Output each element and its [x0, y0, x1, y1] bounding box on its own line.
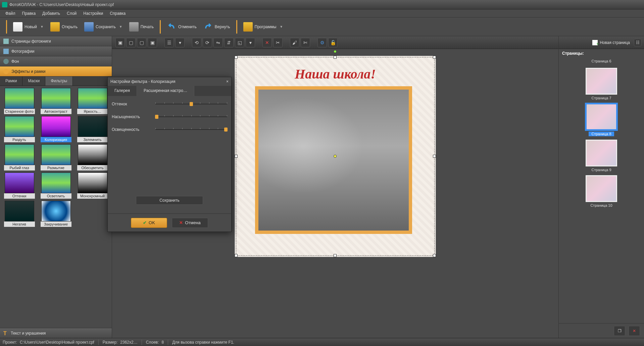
- handle-rotate[interactable]: [334, 50, 337, 53]
- tab-masks[interactable]: Маски: [22, 77, 45, 86]
- slider-lit-thumb[interactable]: [224, 128, 228, 132]
- filter-item[interactable]: Обесцветить: [75, 144, 110, 170]
- slider-sat-thumb[interactable]: [155, 115, 158, 119]
- flip-h-icon[interactable]: ⇋: [213, 38, 223, 47]
- dialog-titlebar[interactable]: Настройки фильтра - Колоризация ×: [108, 77, 231, 86]
- undo-button[interactable]: Отменить: [163, 20, 200, 34]
- new-page-button[interactable]: Новая страница: [590, 39, 632, 47]
- filter-item[interactable]: Монохромный: [75, 172, 110, 199]
- bring-front-icon[interactable]: ▣: [115, 38, 125, 47]
- align-dropdown-icon[interactable]: ▾: [175, 38, 185, 47]
- page-options-icon[interactable]: ☷: [634, 39, 641, 46]
- page-item[interactable]: Страница 10: [562, 175, 641, 207]
- handle-top-right[interactable]: [433, 56, 436, 59]
- fit-dropdown-icon[interactable]: ▾: [246, 38, 255, 47]
- slider-lightness[interactable]: [155, 126, 227, 133]
- handle-bot-right[interactable]: [433, 254, 436, 257]
- lock-icon[interactable]: 🔓: [328, 38, 338, 47]
- menu-file[interactable]: Файл: [2, 10, 19, 17]
- menu-edit[interactable]: Правка: [19, 10, 39, 17]
- filter-item[interactable]: Осветлить: [39, 172, 73, 199]
- filter-thumb: [5, 172, 34, 193]
- handle-center[interactable]: [334, 155, 337, 158]
- filter-thumb: [5, 88, 34, 109]
- dialog-tab-advanced[interactable]: Расширенная настро…: [137, 86, 194, 96]
- filter-item[interactable]: Негатив: [2, 201, 37, 227]
- dialog-close-icon[interactable]: ×: [226, 79, 229, 84]
- tab-frames[interactable]: Рамки: [0, 77, 22, 86]
- handle-top-left[interactable]: [235, 56, 238, 59]
- filter-item[interactable]: Автоконтраст: [39, 88, 73, 114]
- handle-bot-left[interactable]: [235, 254, 238, 257]
- accordion-text-deco[interactable]: T Текст и украшения: [0, 328, 112, 338]
- apps-button[interactable]: Программы ▼: [240, 20, 287, 34]
- flip-v-icon[interactable]: ⇵: [224, 38, 234, 47]
- menu-help[interactable]: Справка: [106, 10, 129, 17]
- filter-item[interactable]: Рыбий глаз: [2, 144, 37, 170]
- accordion-pages[interactable]: Страницы фотокниги: [0, 36, 112, 46]
- chevron-down-icon[interactable]: ▼: [280, 25, 283, 29]
- rotate-right-icon[interactable]: ⟳: [203, 38, 212, 47]
- filter-item[interactable]: Оттенки: [2, 172, 37, 199]
- tab-filters[interactable]: Фильтры: [45, 77, 73, 86]
- slider-sat-label: Насыщенность: [112, 114, 152, 119]
- scissors-icon[interactable]: ✄: [301, 38, 310, 47]
- filter-thumb: [78, 144, 107, 165]
- slider-lit-label: Освещенность: [112, 127, 152, 132]
- chevron-down-icon[interactable]: ▼: [119, 25, 122, 29]
- dialog-tab-gallery[interactable]: Галерея: [108, 86, 137, 96]
- filter-item[interactable]: Колоризация: [39, 116, 73, 142]
- redo-button[interactable]: Вернуть: [200, 20, 234, 34]
- filter-item[interactable]: Яркость…: [75, 88, 110, 114]
- align-left-icon[interactable]: ☰: [164, 38, 174, 47]
- slider-hue-thumb[interactable]: [190, 102, 193, 106]
- send-back-icon[interactable]: ▣: [148, 38, 157, 47]
- slider-saturation[interactable]: [155, 113, 227, 120]
- save-button[interactable]: Сохранить ▼: [81, 20, 126, 34]
- page-name: Страница 10: [590, 203, 612, 207]
- dialog-save-button[interactable]: Сохранить: [136, 196, 203, 205]
- filter-item[interactable]: Старинное фото: [2, 88, 37, 114]
- accordion-photos[interactable]: Фотографии: [0, 46, 112, 56]
- brush-icon[interactable]: 🖌: [290, 38, 299, 47]
- handle-mid-left[interactable]: [235, 155, 238, 158]
- delete-page-button[interactable]: ✕: [629, 326, 640, 336]
- bring-forward-icon[interactable]: ▢: [126, 38, 136, 47]
- accordion-background[interactable]: Фон: [0, 56, 112, 66]
- page-item[interactable]: Страница 9: [562, 140, 641, 172]
- fit-icon[interactable]: ◱: [235, 38, 244, 47]
- filter-item[interactable]: Затемнить: [75, 116, 110, 142]
- page-name: Страница 6: [591, 59, 611, 63]
- new-button[interactable]: Новый ▼: [10, 20, 47, 34]
- dialog-footer: ✔ OK ✕ Отмена: [108, 213, 231, 232]
- page-item[interactable]: Страница 6: [562, 59, 641, 64]
- page-item[interactable]: Страница 7: [562, 68, 641, 100]
- handle-mid-right[interactable]: [433, 155, 436, 158]
- print-button[interactable]: Печать: [126, 20, 157, 34]
- filter-item[interactable]: Размытие: [39, 144, 73, 170]
- crop-icon[interactable]: ✂: [273, 38, 283, 47]
- dialog-cancel-button[interactable]: ✕ Отмена: [172, 218, 208, 228]
- canvas-page[interactable]: Наша школа!: [235, 56, 436, 257]
- menu-add[interactable]: Добавить: [39, 10, 63, 17]
- page-item[interactable]: Страница 8: [562, 103, 641, 136]
- open-button[interactable]: Открыть: [47, 20, 81, 34]
- duplicate-page-button[interactable]: ❐: [614, 326, 625, 336]
- filter-label: Затемнить: [77, 137, 108, 142]
- accordion-effects[interactable]: Эффекты и рамки: [0, 66, 112, 77]
- rotate-left-icon[interactable]: ⟲: [192, 38, 201, 47]
- slider-hue[interactable]: [155, 101, 227, 107]
- status-size-value: 2362x2…: [120, 340, 137, 345]
- handle-bot-mid[interactable]: [334, 254, 337, 257]
- handle-top-mid[interactable]: [334, 56, 337, 59]
- filter-item[interactable]: Раздуть: [2, 116, 37, 142]
- gear-icon[interactable]: ⚙: [317, 38, 327, 47]
- menu-layer[interactable]: Слой: [63, 10, 80, 17]
- delete-icon[interactable]: ✕: [262, 38, 272, 47]
- menu-settings[interactable]: Настройки: [80, 10, 106, 17]
- chevron-down-icon[interactable]: ▼: [40, 25, 44, 29]
- filter-label: Осветлить: [41, 193, 71, 199]
- dialog-ok-button[interactable]: ✔ OK: [131, 218, 167, 228]
- send-backward-icon[interactable]: ▢: [137, 38, 146, 47]
- filter-item[interactable]: Закручивание: [39, 201, 73, 227]
